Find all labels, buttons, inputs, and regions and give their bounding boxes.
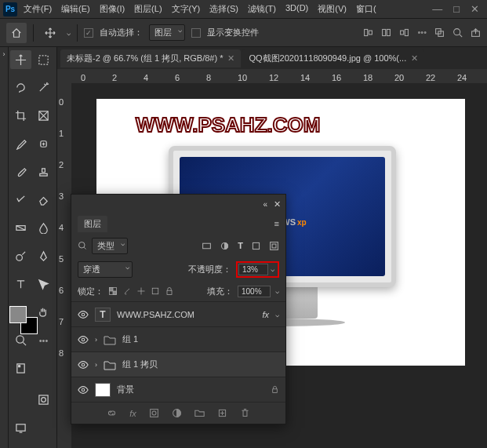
tab-close-icon[interactable]: ✕ — [411, 53, 418, 64]
overlap-icon[interactable] — [434, 27, 445, 38]
blend-mode-dropdown[interactable]: 穿透 — [78, 261, 133, 278]
filter-pixel-icon[interactable] — [202, 241, 212, 251]
folder-icon — [104, 334, 116, 345]
auto-select-checkbox[interactable]: ✓ — [84, 28, 93, 38]
gradient-tool[interactable] — [10, 219, 31, 238]
chevron-down-icon[interactable]: ⌵ — [67, 29, 71, 37]
filter-adjust-icon[interactable] — [220, 241, 230, 251]
link-icon[interactable] — [107, 408, 117, 418]
group-icon[interactable] — [194, 408, 205, 418]
tab-close-icon[interactable]: ✕ — [227, 53, 234, 64]
delete-icon[interactable] — [240, 408, 250, 418]
chevron-down-icon[interactable]: ⌵ — [275, 311, 279, 319]
blur-tool[interactable] — [33, 219, 54, 238]
menu-3d[interactable]: 3D(D) — [285, 3, 308, 15]
close-icon[interactable]: ✕ — [471, 3, 479, 15]
svg-point-14 — [16, 254, 23, 260]
brush-tool[interactable] — [10, 162, 31, 181]
tab-active[interactable]: 未标题-2 @ 66.7% (组 1 拷贝, RGB/8#) * ✕ — [60, 49, 241, 67]
layer-name: 背景 — [117, 384, 134, 395]
new-layer-icon[interactable] — [217, 408, 227, 418]
svg-rect-25 — [253, 242, 259, 249]
edit-toolbar[interactable] — [10, 359, 31, 377]
path-tool[interactable] — [33, 275, 54, 293]
lock-artboard-icon[interactable] — [151, 286, 160, 296]
fx-icon[interactable]: fx — [129, 409, 136, 418]
show-transform-checkbox[interactable] — [191, 28, 201, 38]
eraser-tool[interactable] — [33, 191, 54, 209]
auto-select-dropdown[interactable]: 图层 — [149, 24, 185, 41]
visibility-icon[interactable] — [78, 359, 89, 370]
fx-badge[interactable]: fx — [262, 310, 269, 319]
filter-smart-icon[interactable] — [269, 241, 279, 251]
filter-dropdown[interactable]: 类型 — [92, 238, 128, 254]
opacity-input[interactable]: 13% — [238, 264, 268, 275]
screenmode-tool[interactable] — [10, 418, 31, 437]
panel-close-icon[interactable]: ✕ — [274, 199, 281, 209]
mask-icon[interactable] — [149, 408, 159, 418]
visibility-icon[interactable] — [78, 334, 89, 345]
adjustment-icon[interactable] — [172, 408, 182, 418]
menu-select[interactable]: 选择(S) — [209, 3, 238, 15]
menu-view[interactable]: 视图(V) — [318, 3, 347, 15]
align-icon[interactable] — [381, 27, 391, 38]
menu-image[interactable]: 图像(I) — [100, 3, 125, 15]
collapse-icon[interactable]: « — [263, 200, 267, 209]
expand-icon[interactable]: › — [95, 336, 97, 344]
fill-input[interactable]: 100% — [238, 286, 271, 297]
layer-item[interactable]: T WWW.PSAHZ.COM fx ⌵ — [71, 301, 285, 326]
align-icon[interactable] — [399, 27, 409, 38]
expand-icon[interactable]: › — [95, 361, 97, 369]
wand-tool[interactable] — [33, 78, 54, 97]
svg-point-20 — [42, 398, 46, 402]
home-icon[interactable] — [6, 23, 27, 43]
foreground-swatch[interactable] — [9, 306, 27, 323]
move-tool[interactable] — [10, 50, 31, 69]
type-tool[interactable] — [10, 275, 31, 293]
layers-tab[interactable]: 图层 — [78, 216, 107, 232]
chevron-down-icon[interactable]: ⌵ — [275, 287, 279, 295]
chevron-down-icon[interactable]: ⌵ — [268, 265, 277, 273]
lock-trans-icon[interactable] — [108, 286, 118, 296]
opacity-label: 不透明度： — [188, 264, 231, 275]
visibility-icon[interactable] — [78, 309, 89, 320]
eyedropper-tool[interactable] — [10, 134, 31, 153]
svg-rect-5 — [405, 29, 409, 35]
layer-item[interactable]: 背景 — [71, 377, 285, 402]
healing-tool[interactable] — [33, 134, 54, 153]
dodge-tool[interactable] — [10, 246, 31, 265]
marquee-tool[interactable] — [33, 50, 54, 69]
share-icon[interactable] — [471, 27, 481, 38]
frame-tool[interactable] — [33, 107, 54, 126]
align-icon[interactable] — [363, 27, 373, 38]
lock-brush-icon[interactable] — [122, 286, 132, 296]
menu-type[interactable]: 文字(Y) — [172, 3, 201, 15]
lock-icon — [271, 385, 279, 394]
menu-edit[interactable]: 编辑(E) — [61, 3, 90, 15]
layer-item-selected[interactable]: › 组 1 拷贝 — [71, 351, 285, 377]
filter-type-icon[interactable]: T — [238, 241, 243, 251]
pen-tool[interactable] — [33, 246, 54, 265]
menu-file[interactable]: 文件(F) — [24, 3, 52, 15]
menu-layer[interactable]: 图层(L) — [134, 3, 162, 15]
menu-window[interactable]: 窗口( — [356, 3, 376, 15]
filter-shape-icon[interactable] — [251, 241, 261, 251]
move-tool-icon[interactable] — [40, 23, 60, 43]
tab-inactive[interactable]: QQ截图20201118090949.jpg @ 100%(... ✕ — [242, 49, 424, 67]
crop-tool[interactable] — [10, 107, 31, 126]
panel-menu-icon[interactable]: ≡ — [274, 219, 279, 228]
minimize-icon[interactable]: — — [432, 3, 442, 15]
lasso-tool[interactable] — [10, 78, 31, 97]
history-brush-tool[interactable] — [10, 191, 31, 209]
svg-point-16 — [16, 336, 24, 343]
menu-filter[interactable]: 滤镜(T) — [248, 3, 276, 15]
lock-all-icon[interactable] — [165, 286, 174, 296]
maximize-icon[interactable]: □ — [453, 3, 460, 15]
visibility-icon[interactable] — [78, 384, 89, 395]
layer-item[interactable]: › 组 1 — [71, 326, 285, 351]
lock-move-icon[interactable] — [136, 286, 146, 296]
stamp-tool[interactable] — [33, 162, 54, 181]
search-icon[interactable] — [452, 27, 463, 38]
quickmask-tool[interactable] — [33, 390, 54, 409]
color-swatches[interactable] — [9, 306, 38, 334]
